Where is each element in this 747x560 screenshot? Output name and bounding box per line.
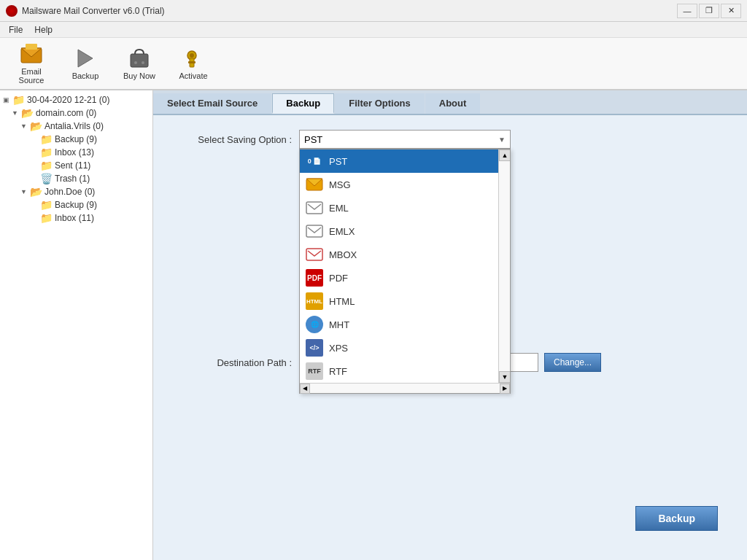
close-button[interactable]: ✕ (721, 4, 741, 18)
tree-toggle[interactable]: ▣ (3, 96, 10, 104)
svg-point-5 (134, 61, 137, 64)
emlx-format-icon (306, 222, 323, 240)
svg-rect-4 (131, 54, 148, 67)
folder-icon: 📁 (40, 160, 53, 171)
folder-icon: 📁 (40, 147, 53, 158)
main-layout: ▣ 📁 30-04-2020 12-21 (0) ▼ 📂 domain.com … (0, 90, 747, 560)
menu-help[interactable]: Help (28, 23, 58, 36)
tree-label: Backup (9) (55, 200, 97, 210)
format-label-eml: EML (329, 203, 349, 214)
buy-now-button[interactable]: Buy Now (114, 42, 165, 85)
format-option-mht[interactable]: 🌐 MHT (300, 313, 498, 336)
format-label-emlx: EMLX (329, 226, 355, 237)
tree-item[interactable]: ▼ 📂 domain.com (0) (3, 106, 150, 120)
minimize-button[interactable]: — (677, 4, 697, 18)
format-option-pst[interactable]: 0 📄 PST (300, 149, 498, 173)
folder-icon: 📂 (30, 186, 42, 198)
tab-content-backup: Select Saving Option : PST ▼ (153, 115, 747, 560)
saving-option-row: Select Saving Option : PST ▼ (168, 130, 732, 149)
eml-format-icon (306, 199, 323, 217)
tree-item[interactable]: 📁 Inbox (13) (3, 146, 150, 159)
folder-icon: 📂 (30, 120, 42, 132)
format-option-rtf[interactable]: RTF RTF (300, 359, 498, 383)
saving-option-label: Select Saving Option : (168, 134, 292, 145)
format-option-eml[interactable]: EML (300, 196, 498, 219)
folder-icon: 📁 (12, 94, 25, 106)
tab-bar: Select Email Source Backup Filter Option… (153, 90, 747, 115)
trash-icon: 🗑️ (40, 173, 53, 184)
format-label-xps: XPS (329, 343, 348, 354)
format-label-html: HTML (329, 296, 355, 307)
tree-item[interactable]: ▣ 📁 30-04-2020 12-21 (0) (3, 93, 150, 106)
tab-backup[interactable]: Backup (272, 93, 334, 114)
html-format-icon: HTML (306, 292, 323, 310)
tree-item[interactable]: 📁 Backup (9) (3, 198, 150, 211)
tree-item-trash[interactable]: 🗑️ Trash (1) (3, 172, 150, 185)
menu-bar: File Help (0, 22, 747, 38)
format-option-mbox[interactable]: MBOX (300, 243, 498, 266)
toolbar: Email Source Backup Buy Now (0, 38, 747, 90)
activate-icon (182, 47, 205, 70)
tree-item[interactable]: ▼ 📂 Antalia.Vrils (0) (3, 120, 150, 133)
svg-point-8 (190, 53, 194, 58)
tree-toggle[interactable]: ▼ (20, 122, 28, 130)
format-option-xps[interactable]: </> XPS (300, 336, 498, 359)
tab-filter-options[interactable]: Filter Options (335, 93, 425, 114)
folder-icon: 📁 (40, 212, 53, 224)
menu-file[interactable]: File (3, 23, 28, 36)
dropdown-vscroll[interactable]: ▲ ▼ (498, 149, 510, 383)
hscroll-right-button[interactable]: ▶ (500, 384, 510, 394)
mht-format-icon: 🌐 (306, 316, 323, 333)
folder-icon: 📁 (40, 199, 53, 211)
maximize-button[interactable]: ❐ (699, 4, 719, 18)
email-source-button[interactable]: Email Source (6, 42, 57, 85)
tree-label: John.Doe (0) (44, 187, 95, 197)
backup-action-button[interactable]: Backup (635, 506, 718, 531)
dropdown-hscroll[interactable]: ◀ ▶ (300, 383, 510, 393)
svg-rect-13 (306, 202, 322, 214)
app-icon (6, 5, 18, 17)
change-path-button[interactable]: Change... (544, 353, 601, 372)
tree-label: Inbox (11) (55, 213, 94, 223)
hscroll-left-button[interactable]: ◀ (300, 384, 310, 394)
select-arrow-icon: ▼ (498, 136, 506, 144)
scroll-down-button[interactable]: ▼ (499, 371, 510, 383)
scroll-up-button[interactable]: ▲ (499, 149, 510, 161)
backup-icon (74, 47, 97, 70)
pdf-format-icon: PDF (306, 269, 323, 287)
format-option-pdf[interactable]: PDF PDF (300, 266, 498, 289)
activate-label: Activate (179, 71, 207, 80)
backup-toolbar-button[interactable]: Backup (60, 42, 111, 85)
format-dropdown: 0 📄 PST (299, 149, 511, 394)
folder-icon: 📁 (40, 133, 53, 145)
format-select[interactable]: PST ▼ (299, 130, 511, 149)
tab-select-email-source[interactable]: Select Email Source (153, 93, 271, 114)
format-option-msg[interactable]: MSG (300, 173, 498, 196)
format-option-emlx[interactable]: EMLX (300, 219, 498, 243)
format-label-mht: MHT (329, 319, 349, 330)
hscroll-track (310, 384, 500, 393)
tree-toggle[interactable]: ▼ (20, 188, 28, 195)
xps-format-icon: </> (306, 339, 323, 357)
tree-item[interactable]: 📁 Inbox (11) (3, 211, 150, 225)
folder-icon: 📂 (21, 107, 34, 119)
tree-item[interactable]: 📁 Sent (11) (3, 159, 150, 172)
svg-rect-14 (306, 225, 322, 237)
tree-label: Inbox (13) (55, 147, 94, 158)
tree-label: Backup (9) (55, 134, 97, 144)
svg-point-6 (142, 61, 144, 64)
tree-item[interactable]: ▼ 📂 John.Doe (0) (3, 185, 150, 198)
pst-format-icon: 0 📄 (306, 152, 323, 170)
svg-rect-2 (26, 44, 37, 50)
tree-item[interactable]: 📁 Backup (9) (3, 133, 150, 146)
format-label-pdf: PDF (329, 273, 348, 284)
tree-toggle[interactable]: ▼ (12, 109, 19, 117)
backup-toolbar-label: Backup (72, 71, 99, 80)
activate-button[interactable]: Activate (168, 42, 219, 85)
buy-now-label: Buy Now (123, 71, 155, 80)
left-panel: ▣ 📁 30-04-2020 12-21 (0) ▼ 📂 domain.com … (0, 90, 153, 560)
scroll-track (499, 161, 510, 371)
tab-about[interactable]: About (425, 93, 481, 114)
rtf-format-icon: RTF (306, 362, 323, 380)
format-option-html[interactable]: HTML HTML (300, 289, 498, 313)
